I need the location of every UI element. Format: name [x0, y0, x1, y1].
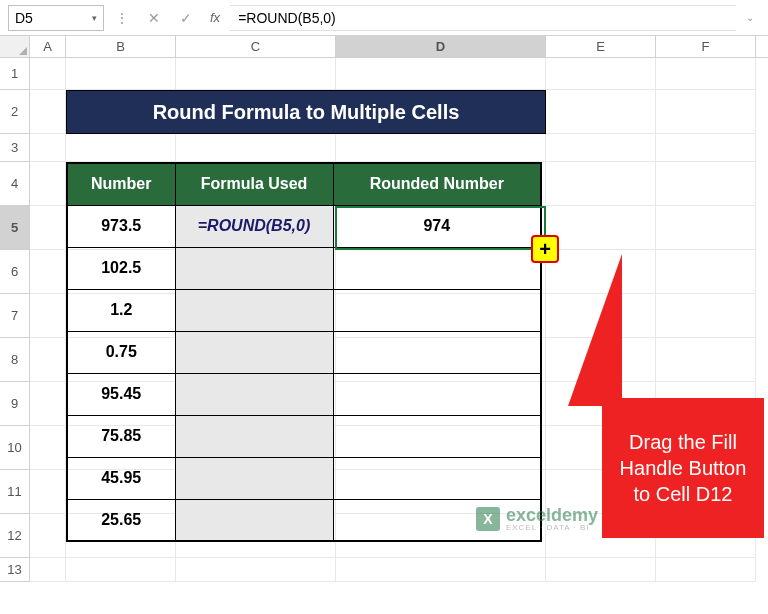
table-row: 102.5	[67, 247, 541, 289]
cell-formula[interactable]: =ROUND(B5,0)	[175, 205, 333, 247]
cell-formula[interactable]	[175, 247, 333, 289]
cell-number[interactable]: 75.85	[67, 415, 175, 457]
fill-handle[interactable]: +	[531, 235, 559, 263]
row-header-13[interactable]: 13	[0, 558, 30, 582]
cell-number[interactable]: 0.75	[67, 331, 175, 373]
formula-bar: D5 ▾ ⋮ ✕ ✓ fx =ROUND(B5,0) ⌄	[0, 0, 768, 36]
formula-bar-expand-icon[interactable]: ⌄	[740, 12, 760, 23]
cell-formula[interactable]	[175, 331, 333, 373]
table-row: 25.65	[67, 499, 541, 541]
cell-result[interactable]	[333, 247, 541, 289]
col-header-F[interactable]: F	[656, 36, 756, 57]
row-header-8[interactable]: 8	[0, 338, 30, 382]
page-title: Round Formula to Multiple Cells	[66, 90, 546, 134]
enter-icon[interactable]: ✓	[172, 5, 200, 31]
cells-area[interactable]: Round Formula to Multiple Cells Number F…	[30, 58, 768, 582]
cancel-icon[interactable]: ✕	[140, 5, 168, 31]
cell-result[interactable]	[333, 373, 541, 415]
formula-input[interactable]: =ROUND(B5,0)	[230, 5, 736, 31]
cell-formula[interactable]	[175, 289, 333, 331]
header-formula: Formula Used	[175, 163, 333, 205]
fx-icon[interactable]: fx	[204, 10, 226, 25]
table-row: 95.45	[67, 373, 541, 415]
row-header-4[interactable]: 4	[0, 162, 30, 206]
divider-icon: ⋮	[108, 5, 136, 31]
callout-annotation: Drag the Fill Handle Button to Cell D12	[602, 398, 764, 538]
cell-result[interactable]	[333, 331, 541, 373]
row-header-7[interactable]: 7	[0, 294, 30, 338]
row-headers: 1 2 3 4 5 6 7 8 9 10 11 12 13	[0, 58, 30, 582]
formula-text: =ROUND(B5,0)	[238, 10, 336, 26]
watermark-logo-icon	[476, 507, 500, 531]
cell-formula[interactable]	[175, 373, 333, 415]
cell-number[interactable]: 25.65	[67, 499, 175, 541]
cell-formula[interactable]	[175, 499, 333, 541]
col-header-A[interactable]: A	[30, 36, 66, 57]
table-row: 0.75	[67, 331, 541, 373]
spreadsheet-grid: A B C D E F 1 2 3 4 5 6 7 8 9 10 11 12 1…	[0, 36, 768, 582]
cell-number[interactable]: 973.5	[67, 205, 175, 247]
cell-formula[interactable]	[175, 457, 333, 499]
watermark: exceldemy EXCEL · DATA · BI	[476, 506, 598, 532]
row-header-1[interactable]: 1	[0, 58, 30, 90]
col-header-B[interactable]: B	[66, 36, 176, 57]
row-header-11[interactable]: 11	[0, 470, 30, 514]
table-row: 75.85	[67, 415, 541, 457]
row-header-9[interactable]: 9	[0, 382, 30, 426]
name-box-value: D5	[15, 10, 33, 26]
name-box-dropdown-icon[interactable]: ▾	[92, 13, 97, 23]
header-rounded: Rounded Number	[333, 163, 541, 205]
row-header-12[interactable]: 12	[0, 514, 30, 558]
watermark-sub: EXCEL · DATA · BI	[506, 524, 598, 532]
name-box[interactable]: D5 ▾	[8, 5, 104, 31]
row-header-5[interactable]: 5	[0, 206, 30, 250]
data-table: Number Formula Used Rounded Number 973.5…	[66, 162, 542, 542]
col-header-C[interactable]: C	[176, 36, 336, 57]
cell-number[interactable]: 102.5	[67, 247, 175, 289]
cell-formula[interactable]	[175, 415, 333, 457]
table-row: 45.95	[67, 457, 541, 499]
cell-number[interactable]: 95.45	[67, 373, 175, 415]
select-all-button[interactable]	[0, 36, 30, 57]
watermark-main: exceldemy	[506, 506, 598, 524]
row-header-3[interactable]: 3	[0, 134, 30, 162]
header-number: Number	[67, 163, 175, 205]
cell-number[interactable]: 1.2	[67, 289, 175, 331]
table-row: 1.2	[67, 289, 541, 331]
cell-result[interactable]	[333, 289, 541, 331]
table-row: 973.5=ROUND(B5,0)974	[67, 205, 541, 247]
col-header-D[interactable]: D	[336, 36, 546, 57]
cell-result[interactable]	[333, 415, 541, 457]
row-header-6[interactable]: 6	[0, 250, 30, 294]
column-headers: A B C D E F	[0, 36, 768, 58]
row-header-10[interactable]: 10	[0, 426, 30, 470]
row-header-2[interactable]: 2	[0, 90, 30, 134]
cell-number[interactable]: 45.95	[67, 457, 175, 499]
col-header-E[interactable]: E	[546, 36, 656, 57]
cell-result[interactable]: 974	[333, 205, 541, 247]
cell-result[interactable]	[333, 457, 541, 499]
